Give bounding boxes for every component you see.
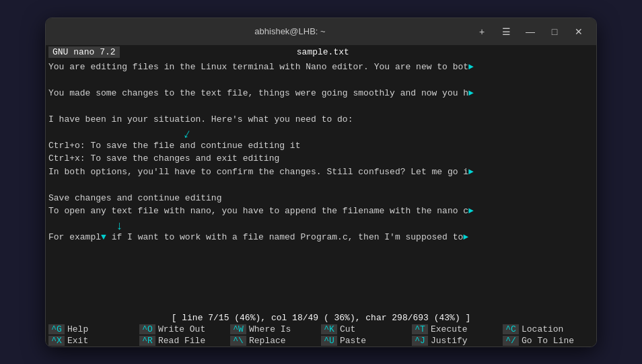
shortcut-key-paste: ^U (321, 336, 337, 346)
shortcut-writeout[interactable]: ^O Write Out (139, 324, 230, 334)
shortcut-label-writeout: Write Out (157, 324, 205, 334)
titlebar-title: abhishek@LHB: ~ (108, 26, 472, 36)
close-button[interactable]: ✕ (569, 22, 588, 41)
shortcut-row-2: ^X Exit ^R Read File ^\ Replace ^U Paste… (46, 335, 596, 347)
menu-button[interactable]: ☰ (497, 22, 515, 41)
shortcut-label-readfile: Read File (157, 336, 205, 346)
shortcut-paste[interactable]: ^U Paste (321, 336, 412, 346)
terminal-area[interactable]: GNU nano 7.2 sample.txt You are editing … (46, 45, 596, 347)
shortcut-exit[interactable]: ^X Exit (48, 336, 139, 346)
nano-header: GNU nano 7.2 sample.txt (46, 45, 596, 59)
minimize-button[interactable]: — (521, 22, 540, 41)
shortcut-label-whereis: Where Is (248, 324, 291, 334)
shortcut-replace[interactable]: ^\ Replace (230, 336, 321, 346)
shortcut-key-exit: ^X (48, 336, 65, 346)
shortcut-location[interactable]: ^C Location (503, 324, 594, 334)
content-line-4 (48, 100, 594, 113)
content-line-8: Ctrl+x: To save the changes and exit edi… (48, 152, 594, 166)
shortcut-help[interactable]: ^G Help (48, 324, 139, 334)
shortcut-label-justify: Justify (429, 336, 468, 346)
shortcut-key-justify: ^J (412, 336, 428, 346)
status-text: [ line 7/15 (46%), col 18/49 ( 36%), cha… (172, 313, 471, 323)
nano-version: GNU nano 7.2 (48, 46, 120, 58)
shortcut-label-location: Location (520, 324, 563, 334)
shortcut-label-cut: Cut (338, 324, 355, 334)
shortcut-label-gotoline: Go To Line (520, 336, 574, 346)
nano-shortcuts: ^G Help ^O Write Out ^W Where Is ^K Cut … (46, 324, 596, 347)
shortcut-row-1: ^G Help ^O Write Out ^W Where Is ^K Cut … (46, 324, 596, 335)
content-line-11: Save changes and continue editing (48, 192, 594, 205)
shortcut-execute[interactable]: ^T Execute (412, 324, 503, 334)
content-line-2 (48, 73, 594, 87)
shortcut-readfile[interactable]: ^R Read File (139, 336, 230, 346)
teal-arrow-2: ↓ (116, 217, 123, 235)
content-line-3: You made some changes to the text file, … (48, 87, 594, 100)
shortcut-label-paste: Paste (338, 336, 366, 346)
content-line-13 (48, 218, 594, 231)
shortcut-key-replace: ^\ (230, 336, 246, 346)
shortcut-label-replace: Replace (248, 336, 286, 346)
content-line-9: In both options, you'll have to confirm … (48, 166, 594, 179)
shortcut-key-gotoline: ^/ (503, 336, 519, 346)
content-line-1: You are editing files in the Linux termi… (48, 61, 594, 74)
shortcut-key-readfile: ^R (139, 336, 155, 346)
shortcut-label-exit: Exit (66, 336, 88, 346)
terminal-window: abhishek@LHB: ~ + ☰ — □ ✕ GNU nano 7.2 s… (45, 17, 597, 347)
new-tab-button[interactable]: + (472, 22, 491, 41)
shortcut-justify[interactable]: ^J Justify (412, 336, 503, 346)
maximize-button[interactable]: □ (545, 22, 564, 41)
content-line-14: For exampl▼ if I want to work with a fil… (48, 231, 594, 244)
content-line-7: Ctrl+o: To save the file and continue ed… (48, 139, 594, 153)
content-line-14-container: For exampl▼ if I want to work with a fil… (48, 231, 594, 244)
shortcut-whereis[interactable]: ^W Where Is (230, 324, 321, 334)
shortcut-label-help: Help (66, 324, 88, 334)
titlebar-controls: + ☰ — □ ✕ (472, 22, 588, 41)
shortcut-key-help: ^G (48, 324, 65, 334)
content-line-10 (48, 178, 594, 192)
nano-content-area[interactable]: You are editing files in the Linux termi… (46, 59, 596, 312)
shortcut-label-execute: Execute (429, 324, 468, 334)
shortcut-key-cut: ^K (321, 324, 337, 334)
titlebar: abhishek@LHB: ~ + ☰ — □ ✕ (46, 18, 596, 45)
shortcut-key-whereis: ^W (230, 324, 246, 334)
shortcut-key-execute: ^T (412, 324, 428, 334)
content-line-5: I have been in your situation. Here's wh… (48, 113, 594, 126)
shortcut-cut[interactable]: ^K Cut (321, 324, 412, 334)
nano-status-bar: [ line 7/15 (46%), col 18/49 ( 36%), cha… (46, 312, 596, 324)
shortcut-key-location: ^C (503, 324, 519, 334)
shortcut-gotoline[interactable]: ^/ Go To Line (503, 336, 594, 346)
content-line-6 (48, 126, 594, 139)
nano-filename: sample.txt (120, 47, 526, 57)
shortcut-key-writeout: ^O (139, 324, 155, 334)
content-line-12: To open any text file with nano, you hav… (48, 205, 594, 218)
content-line-7-container: Ctrl+o: To save the file and continue ed… (48, 139, 594, 153)
